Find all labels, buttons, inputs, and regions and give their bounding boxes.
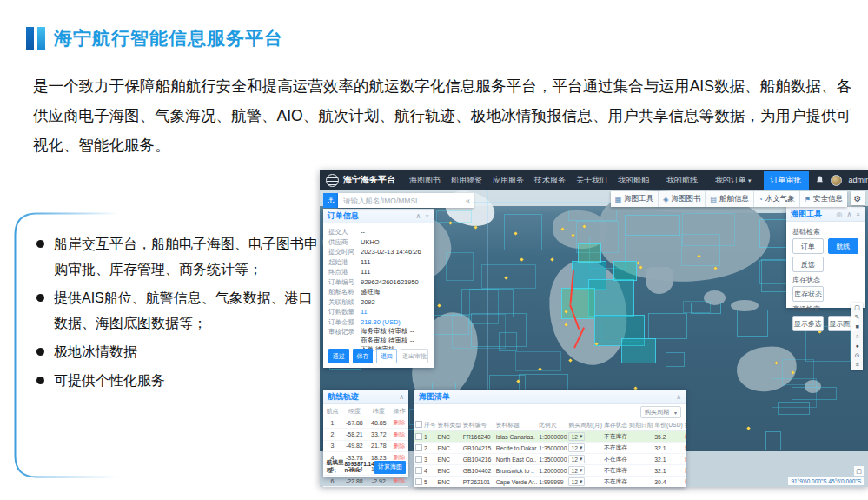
- delete-link[interactable]: 删除: [685, 478, 686, 484]
- checkbox[interactable]: [415, 433, 422, 440]
- user-avatar[interactable]: [831, 175, 842, 186]
- draw-tool-icon-4[interactable]: ●: [855, 341, 858, 350]
- draw-tool-icon-2[interactable]: ■: [855, 322, 858, 331]
- checkbox[interactable]: [415, 478, 422, 485]
- 反选-button[interactable]: 反选: [792, 257, 824, 272]
- delete-link[interactable]: 删除: [393, 443, 405, 449]
- nav-item-我的船舶[interactable]: 我的船舶: [613, 175, 654, 186]
- settings-gear-icon[interactable]: ⚙: [851, 191, 865, 205]
- hint-bulb-icon[interactable]: ◎: [836, 210, 842, 218]
- nav-item-海图图书[interactable]: 海图图书: [404, 175, 446, 186]
- field-label: 提交人: [328, 227, 361, 237]
- 显示多选-button[interactable]: 显示多选: [792, 316, 824, 331]
- period-select[interactable]: 12▾: [568, 432, 585, 441]
- username[interactable]: admin: [849, 176, 868, 184]
- toolbar-水文气象[interactable]: ◔水文气象: [754, 191, 800, 207]
- collapse-search-icon[interactable]: «: [466, 197, 470, 205]
- stock-status: 不在库存: [603, 465, 628, 477]
- nav-item-我的航线[interactable]: 我的航线: [661, 175, 703, 186]
- draw-tool-icon-5[interactable]: ⊙: [855, 350, 860, 360]
- 保存-button[interactable]: 保存: [353, 349, 374, 363]
- expiry-date: [628, 454, 653, 465]
- column-header: 资料类型: [437, 419, 462, 431]
- draw-tool-icon-1[interactable]: ✎: [855, 312, 860, 322]
- longitude: -67.88: [341, 417, 368, 429]
- toolbar-海图工具[interactable]: ▦海图工具: [611, 191, 659, 207]
- list-item: 可提供个性化服务: [36, 368, 320, 393]
- order-approval-button[interactable]: 订单审批: [764, 171, 809, 190]
- close-panel-icon[interactable]: ×: [856, 210, 860, 218]
- table-row: 3ENCGB104216North East Co..1:350000012▾不…: [414, 454, 686, 465]
- period-cell: 12▾: [567, 454, 603, 465]
- ship-search-icon[interactable]: ⚓: [323, 193, 338, 208]
- nav-item-船用物资[interactable]: 船用物资: [446, 175, 487, 186]
- ship-search-input[interactable]: [341, 196, 466, 206]
- 通过-button[interactable]: 通过: [328, 349, 349, 363]
- draw-tool-icon-3[interactable]: ○: [855, 331, 858, 341]
- period-select[interactable]: 12▾: [568, 455, 585, 463]
- collapse-panel-icon[interactable]: ∧: [846, 210, 851, 218]
- column-header: 经度: [341, 405, 368, 417]
- chart-tools-icon: ▦: [615, 196, 622, 203]
- expiry-date: [628, 477, 653, 488]
- period-select[interactable]: 12▾: [568, 466, 585, 475]
- ship-marker: [550, 257, 553, 261]
- toolbar-label: 海图工具: [624, 194, 653, 204]
- nav-item-关于我们[interactable]: 关于我们: [571, 175, 613, 186]
- delete-link[interactable]: 删除: [685, 433, 686, 439]
- nav-item-应用服务[interactable]: 应用服务: [487, 175, 529, 186]
- draw-tool-icon-6[interactable]: ≡: [855, 360, 858, 370]
- collapse-panel-icon[interactable]: ∧: [676, 393, 681, 401]
- checkbox[interactable]: [415, 467, 422, 474]
- 退回-button[interactable]: 退回: [376, 349, 397, 363]
- collapse-panel-icon[interactable]: ∧: [399, 393, 404, 401]
- bell-icon[interactable]: [816, 176, 824, 184]
- toolbar-船舶信息[interactable]: ▤船舶信息: [706, 191, 754, 207]
- chart-code: PT262101: [462, 477, 495, 488]
- toolbar-安全信息[interactable]: ⚑安全信息: [800, 191, 847, 207]
- close-panel-icon[interactable]: ×: [425, 212, 429, 220]
- map-decoration: [778, 402, 810, 415]
- fullscreen-icon[interactable]: ▢: [854, 466, 864, 476]
- tool-button-row: 显示多选显示圈选: [792, 316, 858, 331]
- actions-cell: 删除: [684, 443, 686, 454]
- delete-link[interactable]: 删除: [685, 444, 686, 450]
- delete-link[interactable]: 删除: [685, 456, 686, 462]
- checkbox[interactable]: [415, 444, 422, 451]
- stock-status: 不在库存: [603, 443, 628, 454]
- column-header: 到期日期: [628, 419, 653, 431]
- delete-link[interactable]: 删除: [393, 419, 405, 425]
- table-row: 3-49.8221.78删除: [323, 440, 408, 451]
- collapse-panel-icon[interactable]: ∧: [415, 212, 421, 220]
- 库存状态-button[interactable]: 库存状态: [792, 286, 824, 302]
- calculate-charts-button[interactable]: 计算海图: [374, 461, 406, 474]
- checkbox[interactable]: [415, 421, 422, 428]
- 订单-button[interactable]: 订单: [792, 238, 824, 254]
- checkbox-cell: [414, 431, 423, 443]
- scale: 1:3500000: [538, 454, 567, 465]
- period-select[interactable]: 12▾: [568, 477, 585, 486]
- longitude: -58.21: [341, 429, 368, 440]
- table-row: 6-22.88-2.92删除: [323, 475, 408, 486]
- draw-tool-icon-0[interactable]: ▢: [854, 303, 860, 312]
- unit-price: 32.1: [653, 443, 683, 454]
- 航线-button[interactable]: 航线: [828, 238, 859, 254]
- order-panel-title: 订单信息: [328, 210, 411, 222]
- unit-price: 32.1: [653, 454, 683, 465]
- toolbar-海图图书[interactable]: ◈海图图书: [659, 191, 706, 207]
- nav-item-技术服务[interactable]: 技术服务: [529, 175, 571, 186]
- tool-button-row: 反选: [792, 257, 858, 272]
- chevron-down-icon: ▾: [580, 433, 582, 440]
- period-select[interactable]: 12▾: [568, 443, 585, 452]
- delete-link[interactable]: 删除: [393, 431, 405, 437]
- delete-link[interactable]: 删除: [685, 467, 686, 473]
- order-field: 提交人--: [328, 227, 428, 237]
- 退出审批-button[interactable]: 退出审批: [401, 349, 428, 363]
- map-decoration: [446, 252, 474, 281]
- checkbox[interactable]: [415, 456, 422, 463]
- table-row: 1ENCFR166240Islas Canarias.1:300000012▾不…: [414, 431, 686, 443]
- map-decoration: [625, 215, 680, 236]
- nav-item-我的订单[interactable]: 我的订单▾: [710, 175, 757, 186]
- purchase-period-select[interactable]: 购买周期▾: [640, 406, 681, 418]
- delete-link[interactable]: 删除: [393, 477, 405, 483]
